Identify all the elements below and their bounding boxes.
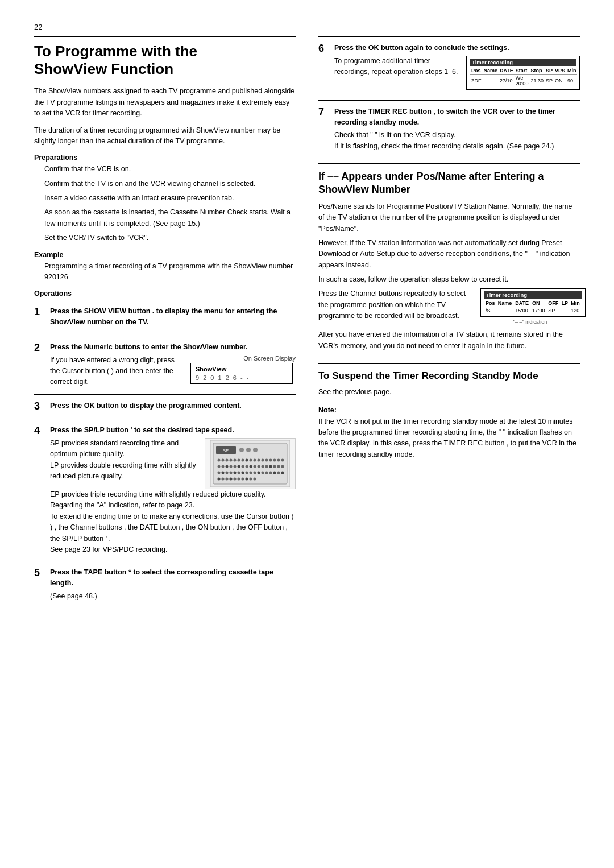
step-2-body: If you have entered a wrong digit, press… — [50, 355, 184, 388]
svg-point-11 — [234, 459, 237, 462]
step-6-body: To programme additional timer recordings… — [334, 56, 460, 78]
prep-4: As soon as the cassette is inserted, the… — [34, 207, 296, 229]
svg-point-33 — [254, 465, 256, 468]
step-4-body-3: Regarding the "A" indication, refer to p… — [50, 500, 296, 511]
note-label: Note: — [318, 406, 580, 414]
svg-point-27 — [230, 465, 233, 468]
prep-5: Set the VCR/TV switch to "VCR". — [34, 233, 296, 243]
svg-point-16 — [254, 459, 256, 462]
svg-point-4 — [239, 448, 244, 452]
page-title: To Programme with the ShowView Function — [34, 36, 296, 78]
timer-table-title-2: Timer recording — [484, 291, 582, 299]
svg-point-61 — [230, 478, 233, 481]
right-column: 6 Press the OK button again to conclude … — [318, 36, 580, 607]
operations-label: Operations — [34, 290, 296, 297]
svg-point-31 — [246, 465, 248, 468]
example-label: Example — [34, 251, 296, 259]
svg-point-62 — [234, 478, 237, 481]
indication-diagram: Timer recording PosNameDATEONOFFLPMin /S… — [480, 288, 580, 325]
step-2-number: 2 — [34, 342, 45, 388]
step-4-body-4: To extend the ending time or to make any… — [50, 511, 296, 544]
svg-point-30 — [242, 465, 244, 468]
svg-point-53 — [265, 472, 268, 474]
svg-point-7 — [218, 459, 221, 462]
showview-dots: 9 2 0 1 2 6 - - — [196, 374, 288, 381]
svg-point-51 — [258, 472, 260, 474]
svg-point-41 — [218, 472, 221, 474]
svg-point-24 — [218, 465, 221, 468]
svg-point-44 — [230, 472, 233, 474]
prep-3: Insert a video cassette with an intact e… — [34, 193, 296, 204]
svg-point-36 — [265, 465, 268, 468]
svg-point-59 — [222, 478, 225, 481]
svg-point-47 — [242, 472, 244, 474]
section-suspend: To Suspend the Timer Recording Standby M… — [318, 363, 580, 398]
indication-wrap: Press the Channel buttons repeatedly to … — [318, 288, 580, 325]
svg-point-60 — [226, 478, 229, 481]
svg-point-55 — [273, 472, 276, 474]
svg-point-57 — [281, 472, 284, 474]
step-5: 5 Press the TAPE button * to select the … — [34, 561, 296, 602]
step-4-body-2: EP provides triple recording time with s… — [50, 489, 296, 500]
sp-lp-diagram: SP — [205, 438, 296, 489]
svg-point-23 — [281, 459, 284, 462]
step-6-number: 6 — [318, 43, 330, 94]
channel-instruction: Press the Channel buttons repeatedly to … — [318, 288, 472, 321]
step-6-title: Press the OK button again to conclude th… — [334, 43, 580, 53]
svg-text:SP: SP — [223, 448, 229, 453]
prep-1: Confirm that the VCR is on. — [34, 164, 296, 175]
svg-point-56 — [277, 472, 280, 474]
step-7: 7 Press the TIMER REC button , to switch… — [318, 100, 580, 152]
svg-point-37 — [269, 465, 272, 468]
left-column: To Programme with the ShowView Function … — [34, 36, 296, 607]
step-4-body-0: SP provides standard recording time and … — [50, 438, 198, 460]
svg-point-46 — [238, 472, 240, 474]
step-6-container: 6 Press the OK button again to conclude … — [318, 36, 580, 94]
step-4-title: Press the SP/LP button ' to set the desi… — [50, 425, 296, 436]
intro-para-2: The duration of a timer recording progra… — [34, 125, 296, 147]
timer-table-title-6: Timer recording — [470, 59, 576, 66]
svg-point-35 — [262, 465, 264, 468]
step-7-number: 7 — [318, 106, 330, 152]
if-after-text: After you have entered the information o… — [318, 329, 580, 352]
svg-point-28 — [234, 465, 237, 468]
svg-point-65 — [246, 478, 248, 481]
svg-point-25 — [222, 465, 225, 468]
step-1-number: 1 — [34, 306, 45, 330]
svg-point-52 — [262, 472, 264, 474]
svg-point-21 — [273, 459, 276, 462]
step-2-title: Press the Numeric buttons to enter the S… — [50, 342, 296, 353]
showview-label: ShowView — [196, 366, 288, 373]
step-2: 2 Press the Numeric buttons to enter the… — [34, 336, 296, 388]
section-if: If –– Appears under Pos/Name after Enter… — [318, 163, 580, 352]
svg-point-26 — [226, 465, 229, 468]
if-body-2: In such a case, follow the operation ste… — [318, 274, 580, 285]
svg-point-8 — [222, 459, 225, 462]
svg-point-9 — [226, 459, 229, 462]
step-7-body-0: Check that " " is lit on the VCR display… — [334, 130, 580, 140]
svg-point-50 — [254, 472, 256, 474]
svg-point-39 — [277, 465, 280, 468]
svg-point-6 — [253, 448, 258, 452]
if-body-1: However, if the TV station information w… — [318, 238, 580, 271]
step-7-title: Press the TIMER REC button , to switch t… — [334, 106, 580, 128]
page-number: 22 — [34, 23, 580, 31]
step-4-body-1: LP provides double recording time with s… — [50, 460, 198, 482]
suspend-heading: To Suspend the Timer Recording Standby M… — [318, 363, 580, 382]
example-text: Programming a timer recording of a TV pr… — [34, 261, 296, 283]
step-6: 6 Press the OK button again to conclude … — [318, 43, 580, 94]
step-1: 1 Press the SHOW VIEW button . to displa… — [34, 300, 296, 330]
step-1-title: Press the SHOW VIEW button . to display … — [50, 306, 296, 328]
step-5-number: 5 — [34, 567, 45, 602]
step-4-body-5: See page 23 for VPS/PDC recording. — [50, 544, 296, 555]
svg-point-15 — [250, 459, 252, 462]
svg-point-48 — [246, 472, 248, 474]
svg-point-5 — [246, 448, 251, 452]
note-text: If the VCR is not put in the timer recor… — [318, 416, 580, 461]
svg-point-10 — [230, 459, 233, 462]
preparations-label: Preparations — [34, 154, 296, 162]
svg-point-66 — [250, 478, 252, 481]
svg-point-29 — [238, 465, 240, 468]
svg-point-45 — [234, 472, 237, 474]
svg-point-43 — [226, 472, 229, 474]
